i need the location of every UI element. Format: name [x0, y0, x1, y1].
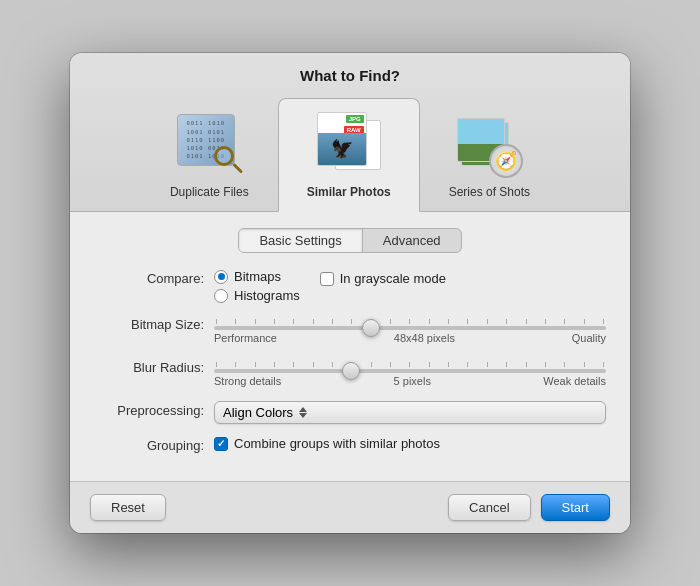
tick — [467, 319, 468, 324]
tick — [603, 362, 604, 367]
bitmap-size-left-label: Performance — [214, 332, 277, 344]
bitmap-size-label: Bitmap Size: — [94, 315, 214, 332]
dropdown-arrows-icon — [299, 407, 307, 418]
compare-label: Compare: — [94, 269, 214, 286]
tick — [584, 362, 585, 367]
tick — [564, 362, 565, 367]
tick — [603, 319, 604, 324]
bitmap-size-row: Bitmap Size: — [94, 315, 606, 344]
blur-radius-bar[interactable] — [214, 369, 606, 373]
blur-radius-slider-wrapper — [214, 362, 606, 373]
chevron-down-icon — [299, 413, 307, 418]
blur-radius-row: Blur Radius: — [94, 358, 606, 387]
tick — [526, 362, 527, 367]
blur-radius-control: Strong details 5 pixels Weak details — [214, 358, 606, 387]
tick — [390, 362, 391, 367]
tick — [545, 319, 546, 324]
similar-photos-icon: JPG RAW 🦅 — [314, 109, 384, 179]
settings-tab-group: Basic Settings Advanced — [238, 228, 461, 253]
tick — [409, 319, 410, 324]
radio-bitmaps-row[interactable]: Bitmaps — [214, 269, 300, 284]
tick — [371, 362, 372, 367]
preprocessing-dropdown[interactable]: Align Colors — [214, 401, 606, 424]
tick — [487, 319, 488, 324]
tick — [390, 319, 391, 324]
tick — [429, 362, 430, 367]
tick — [409, 362, 410, 367]
radio-histograms[interactable] — [214, 289, 228, 303]
compare-row: Compare: Bitmaps Histograms — [94, 269, 606, 303]
cancel-button[interactable]: Cancel — [448, 494, 530, 521]
tab-series-of-shots-label: Series of Shots — [449, 185, 530, 199]
tick — [526, 319, 527, 324]
bitmap-size-control: Performance 48x48 pixels Quality — [214, 315, 606, 344]
tab-basic-settings[interactable]: Basic Settings — [239, 229, 362, 252]
bitmap-size-thumb[interactable] — [362, 319, 380, 337]
reset-button[interactable]: Reset — [90, 494, 166, 521]
grouping-checkbox-label: Combine groups with similar photos — [234, 436, 440, 451]
preprocessing-value: Align Colors — [223, 405, 293, 420]
bitmap-size-right-label: Quality — [572, 332, 606, 344]
radio-options: Bitmaps Histograms — [214, 269, 300, 303]
tick — [274, 362, 275, 367]
tick — [506, 319, 507, 324]
tab-similar-photos-label: Similar Photos — [307, 185, 391, 199]
compare-options-group: Bitmaps Histograms In grayscale mode — [214, 269, 606, 303]
dialog-window: What to Find? 0011 10101001 01010110 110… — [70, 53, 630, 533]
tick — [564, 319, 565, 324]
preprocessing-control: Align Colors — [214, 401, 606, 424]
bitmap-size-bar[interactable] — [214, 326, 606, 330]
bitmap-size-ticks — [214, 319, 606, 324]
blur-radius-thumb[interactable] — [342, 362, 360, 380]
tick — [255, 362, 256, 367]
chevron-up-icon — [299, 407, 307, 412]
tick — [313, 362, 314, 367]
tick — [216, 319, 217, 324]
blur-radius-value-label: 5 pixels — [394, 375, 431, 387]
compare-control: Bitmaps Histograms In grayscale mode — [214, 269, 606, 303]
tab-series-of-shots[interactable]: 🧭 Series of Shots — [420, 98, 559, 211]
tick — [351, 319, 352, 324]
blur-radius-left-label: Strong details — [214, 375, 281, 387]
radio-histograms-label: Histograms — [234, 288, 300, 303]
tick — [332, 319, 333, 324]
grouping-checkbox[interactable] — [214, 437, 228, 451]
tick — [332, 362, 333, 367]
tick — [274, 319, 275, 324]
grayscale-label: In grayscale mode — [340, 271, 446, 286]
grayscale-option[interactable]: In grayscale mode — [320, 269, 446, 286]
grouping-control: Combine groups with similar photos — [214, 436, 606, 451]
grouping-row: Grouping: Combine groups with similar ph… — [94, 436, 606, 453]
tick — [255, 319, 256, 324]
tab-advanced[interactable]: Advanced — [363, 229, 461, 252]
tab-duplicate-files-label: Duplicate Files — [170, 185, 249, 199]
blur-radius-right-label: Weak details — [543, 375, 606, 387]
blur-radius-labels: Strong details 5 pixels Weak details — [214, 375, 606, 387]
tick — [235, 319, 236, 324]
tick — [487, 362, 488, 367]
grayscale-checkbox[interactable] — [320, 272, 334, 286]
tick — [429, 319, 430, 324]
tick — [235, 362, 236, 367]
dialog-title: What to Find? — [90, 67, 610, 84]
tick — [545, 362, 546, 367]
preprocessing-label: Preprocessing: — [94, 401, 214, 418]
start-button[interactable]: Start — [541, 494, 610, 521]
tab-similar-photos[interactable]: JPG RAW 🦅 Similar Photos — [278, 98, 420, 212]
grouping-checkbox-container[interactable]: Combine groups with similar photos — [214, 436, 606, 451]
duplicate-files-icon: 0011 10101001 01010110 11001010 00110101… — [174, 109, 244, 179]
tick — [293, 319, 294, 324]
tick — [216, 362, 217, 367]
tab-duplicate-files[interactable]: 0011 10101001 01010110 11001010 00110101… — [141, 98, 278, 211]
tick — [293, 362, 294, 367]
footer-right-buttons: Cancel Start — [448, 494, 610, 521]
preprocessing-row: Preprocessing: Align Colors — [94, 401, 606, 424]
radio-bitmaps[interactable] — [214, 270, 228, 284]
series-of-shots-icon: 🧭 — [454, 109, 524, 179]
bitmap-size-value-label: 48x48 pixels — [394, 332, 455, 344]
dialog-footer: Reset Cancel Start — [70, 481, 630, 533]
radio-histograms-row[interactable]: Histograms — [214, 288, 300, 303]
tick — [448, 362, 449, 367]
blur-radius-ticks — [214, 362, 606, 367]
tick — [313, 319, 314, 324]
